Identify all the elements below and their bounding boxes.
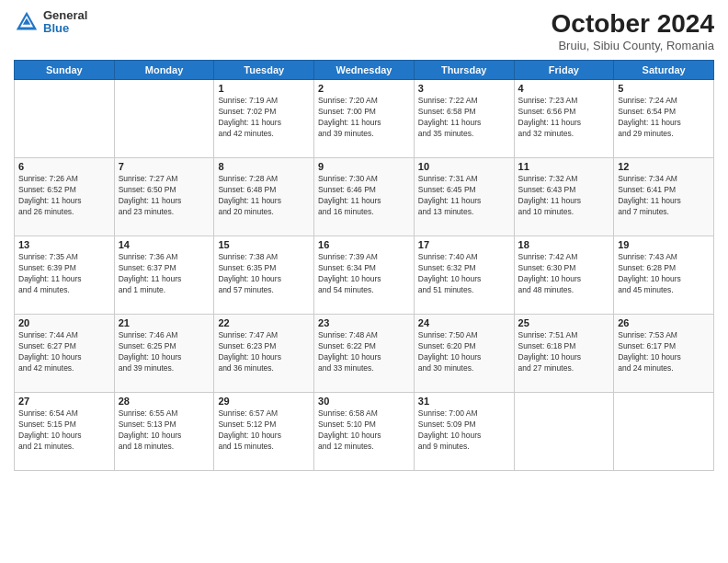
- header: General Blue October 2024 Bruiu, Sibiu C…: [14, 9, 714, 52]
- day-number: 23: [318, 317, 410, 328]
- day-number: 5: [618, 83, 710, 94]
- calendar-cell: 23Sunrise: 7:48 AMSunset: 6:22 PMDayligh…: [314, 315, 415, 393]
- day-number: 28: [119, 396, 210, 407]
- day-number: 20: [18, 317, 110, 328]
- calendar-week-row: 1Sunrise: 7:19 AMSunset: 7:02 PMDaylight…: [15, 80, 714, 158]
- calendar-cell: 10Sunrise: 7:31 AMSunset: 6:45 PMDayligh…: [414, 158, 514, 236]
- cell-text: Sunrise: 7:22 AMSunset: 6:58 PMDaylight:…: [418, 96, 510, 140]
- cell-text: Sunrise: 7:51 AMSunset: 6:18 PMDaylight:…: [518, 330, 610, 374]
- day-header-sunday: Sunday: [15, 61, 115, 80]
- cell-text: Sunrise: 7:40 AMSunset: 6:32 PMDaylight:…: [418, 252, 510, 296]
- day-number: 10: [418, 161, 510, 172]
- cell-text: Sunrise: 6:57 AMSunset: 5:12 PMDaylight:…: [218, 408, 310, 453]
- cell-text: Sunrise: 7:26 AMSunset: 6:52 PMDaylight:…: [18, 174, 110, 218]
- calendar-week-row: 27Sunrise: 6:54 AMSunset: 5:15 PMDayligh…: [15, 393, 714, 471]
- day-number: 11: [518, 161, 610, 172]
- day-header-wednesday: Wednesday: [314, 61, 415, 80]
- calendar-cell: 3Sunrise: 7:22 AMSunset: 6:58 PMDaylight…: [414, 80, 514, 158]
- day-number: 3: [418, 83, 510, 94]
- header-row: SundayMondayTuesdayWednesdayThursdayFrid…: [15, 61, 714, 80]
- logo-icon: [14, 9, 40, 35]
- day-number: 16: [318, 239, 410, 250]
- day-number: 14: [119, 239, 210, 250]
- day-number: 6: [18, 161, 110, 172]
- logo-blue-text: Blue: [43, 22, 87, 35]
- calendar-cell: 18Sunrise: 7:42 AMSunset: 6:30 PMDayligh…: [514, 236, 614, 315]
- calendar-page: General Blue October 2024 Bruiu, Sibiu C…: [0, 0, 728, 563]
- cell-text: Sunrise: 7:42 AMSunset: 6:30 PMDaylight:…: [518, 252, 610, 296]
- calendar-cell: 16Sunrise: 7:39 AMSunset: 6:34 PMDayligh…: [314, 236, 415, 315]
- calendar-cell: 29Sunrise: 6:57 AMSunset: 5:12 PMDayligh…: [214, 393, 314, 471]
- day-number: 9: [318, 161, 410, 172]
- cell-text: Sunrise: 7:50 AMSunset: 6:20 PMDaylight:…: [418, 330, 510, 374]
- cell-text: Sunrise: 7:44 AMSunset: 6:27 PMDaylight:…: [18, 330, 110, 374]
- subtitle: Bruiu, Sibiu County, Romania: [552, 39, 714, 52]
- calendar-week-row: 13Sunrise: 7:35 AMSunset: 6:39 PMDayligh…: [15, 236, 714, 315]
- calendar-cell: 31Sunrise: 7:00 AMSunset: 5:09 PMDayligh…: [414, 393, 514, 471]
- calendar-cell: 28Sunrise: 6:55 AMSunset: 5:13 PMDayligh…: [114, 393, 214, 471]
- calendar-cell: 13Sunrise: 7:35 AMSunset: 6:39 PMDayligh…: [15, 236, 115, 315]
- cell-text: Sunrise: 7:24 AMSunset: 6:54 PMDaylight:…: [618, 96, 710, 140]
- calendar-cell: 17Sunrise: 7:40 AMSunset: 6:32 PMDayligh…: [414, 236, 514, 315]
- cell-text: Sunrise: 7:47 AMSunset: 6:23 PMDaylight:…: [218, 330, 310, 374]
- cell-text: Sunrise: 7:00 AMSunset: 5:09 PMDaylight:…: [418, 408, 510, 453]
- cell-text: Sunrise: 7:46 AMSunset: 6:25 PMDaylight:…: [119, 330, 210, 374]
- calendar-cell: 5Sunrise: 7:24 AMSunset: 6:54 PMDaylight…: [614, 80, 714, 158]
- day-number: 2: [318, 83, 410, 94]
- day-number: 13: [18, 239, 110, 250]
- calendar-week-row: 20Sunrise: 7:44 AMSunset: 6:27 PMDayligh…: [15, 315, 714, 393]
- calendar-cell: 21Sunrise: 7:46 AMSunset: 6:25 PMDayligh…: [114, 315, 214, 393]
- cell-text: Sunrise: 7:53 AMSunset: 6:17 PMDaylight:…: [618, 330, 710, 374]
- logo: General Blue: [14, 9, 87, 36]
- calendar-cell: 22Sunrise: 7:47 AMSunset: 6:23 PMDayligh…: [214, 315, 314, 393]
- day-number: 29: [218, 396, 310, 407]
- day-number: 30: [318, 396, 410, 407]
- day-number: 24: [418, 317, 510, 328]
- cell-text: Sunrise: 7:23 AMSunset: 6:56 PMDaylight:…: [518, 96, 610, 140]
- title-block: October 2024 Bruiu, Sibiu County, Romani…: [552, 9, 714, 52]
- calendar-cell: [514, 393, 614, 471]
- calendar-cell: 11Sunrise: 7:32 AMSunset: 6:43 PMDayligh…: [514, 158, 614, 236]
- calendar-cell: [114, 80, 214, 158]
- cell-text: Sunrise: 6:55 AMSunset: 5:13 PMDaylight:…: [119, 408, 210, 453]
- calendar-cell: 12Sunrise: 7:34 AMSunset: 6:41 PMDayligh…: [614, 158, 714, 236]
- cell-text: Sunrise: 6:58 AMSunset: 5:10 PMDaylight:…: [318, 408, 410, 453]
- calendar-cell: 4Sunrise: 7:23 AMSunset: 6:56 PMDaylight…: [514, 80, 614, 158]
- calendar-cell: 9Sunrise: 7:30 AMSunset: 6:46 PMDaylight…: [314, 158, 415, 236]
- calendar-cell: 8Sunrise: 7:28 AMSunset: 6:48 PMDaylight…: [214, 158, 314, 236]
- day-number: 21: [119, 317, 210, 328]
- day-number: 8: [218, 161, 310, 172]
- day-number: 4: [518, 83, 610, 94]
- cell-text: Sunrise: 6:54 AMSunset: 5:15 PMDaylight:…: [18, 408, 110, 453]
- day-number: 19: [618, 239, 710, 250]
- calendar-cell: 30Sunrise: 6:58 AMSunset: 5:10 PMDayligh…: [314, 393, 415, 471]
- calendar-cell: 26Sunrise: 7:53 AMSunset: 6:17 PMDayligh…: [614, 315, 714, 393]
- cell-text: Sunrise: 7:20 AMSunset: 7:00 PMDaylight:…: [318, 96, 410, 140]
- calendar-cell: 15Sunrise: 7:38 AMSunset: 6:35 PMDayligh…: [214, 236, 314, 315]
- day-number: 26: [618, 317, 710, 328]
- cell-text: Sunrise: 7:48 AMSunset: 6:22 PMDaylight:…: [318, 330, 410, 374]
- calendar-cell: 2Sunrise: 7:20 AMSunset: 7:00 PMDaylight…: [314, 80, 415, 158]
- calendar-table: SundayMondayTuesdayWednesdayThursdayFrid…: [14, 60, 714, 471]
- day-header-monday: Monday: [114, 61, 214, 80]
- cell-text: Sunrise: 7:19 AMSunset: 7:02 PMDaylight:…: [218, 96, 310, 140]
- day-number: 7: [119, 161, 210, 172]
- day-header-tuesday: Tuesday: [214, 61, 314, 80]
- cell-text: Sunrise: 7:39 AMSunset: 6:34 PMDaylight:…: [318, 252, 410, 296]
- cell-text: Sunrise: 7:34 AMSunset: 6:41 PMDaylight:…: [618, 174, 710, 218]
- calendar-cell: [15, 80, 115, 158]
- logo-text: General Blue: [43, 9, 87, 36]
- day-number: 15: [218, 239, 310, 250]
- day-number: 22: [218, 317, 310, 328]
- cell-text: Sunrise: 7:43 AMSunset: 6:28 PMDaylight:…: [618, 252, 710, 296]
- calendar-cell: 14Sunrise: 7:36 AMSunset: 6:37 PMDayligh…: [114, 236, 214, 315]
- calendar-cell: 1Sunrise: 7:19 AMSunset: 7:02 PMDaylight…: [214, 80, 314, 158]
- cell-text: Sunrise: 7:36 AMSunset: 6:37 PMDaylight:…: [119, 252, 210, 296]
- cell-text: Sunrise: 7:38 AMSunset: 6:35 PMDaylight:…: [218, 252, 310, 296]
- day-number: 12: [618, 161, 710, 172]
- day-header-thursday: Thursday: [414, 61, 514, 80]
- main-title: October 2024: [552, 9, 714, 39]
- cell-text: Sunrise: 7:28 AMSunset: 6:48 PMDaylight:…: [218, 174, 310, 218]
- day-header-friday: Friday: [514, 61, 614, 80]
- day-number: 18: [518, 239, 610, 250]
